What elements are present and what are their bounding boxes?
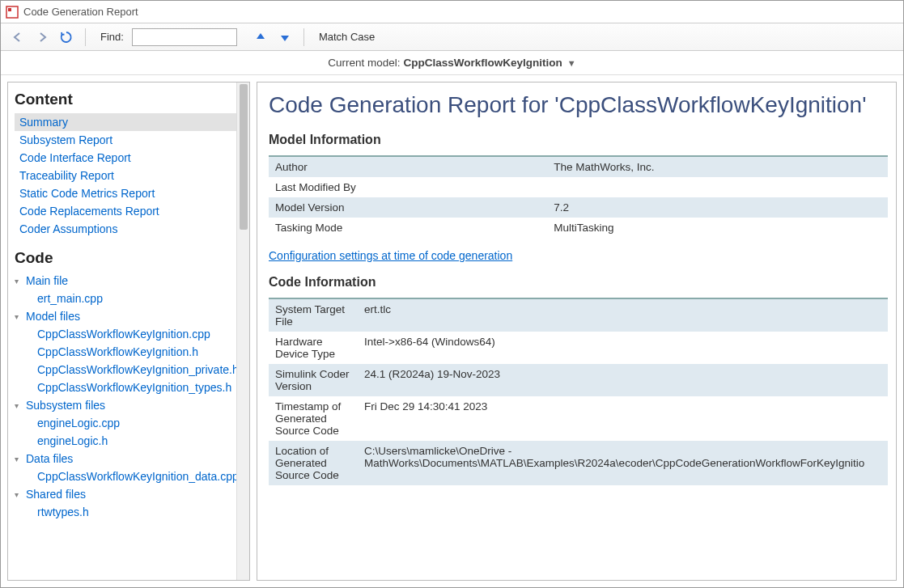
file-link[interactable]: CppClassWorkflowKeyIgnition.cpp <box>15 325 236 343</box>
app-icon <box>6 6 19 19</box>
code-heading: Code <box>15 249 236 267</box>
file-link[interactable]: CppClassWorkflowKeyIgnition_private.h <box>15 361 236 379</box>
info-key: System Target File <box>269 298 358 332</box>
info-key: Location of Generated Source Code <box>269 441 358 485</box>
toolbar: Find: Match Case <box>1 23 903 51</box>
nav-link-subsystem-report[interactable]: Subsystem Report <box>15 131 236 149</box>
match-case-label[interactable]: Match Case <box>319 31 375 43</box>
caret-down-icon: ▾ <box>15 277 26 286</box>
info-value: Fri Dec 29 14:30:41 2023 <box>358 396 888 441</box>
caret-down-icon: ▾ <box>15 455 26 463</box>
caret-down-icon: ▾ <box>15 312 26 321</box>
model-info-table: AuthorThe MathWorks, Inc.Last Modified B… <box>269 155 888 238</box>
app-window: Code Generation Report Find: Match Case … <box>0 0 904 588</box>
code-info-heading: Code Information <box>269 275 888 290</box>
sidebar-content: Content SummarySubsystem ReportCode Inte… <box>8 82 236 580</box>
nav-link-summary[interactable]: Summary <box>15 113 236 131</box>
find-prev-button[interactable] <box>250 27 271 48</box>
tree-group-main-file[interactable]: ▾Main file <box>15 272 236 290</box>
table-row: Hardware Device TypeIntel->x86-64 (Windo… <box>269 332 888 364</box>
titlebar: Code Generation Report <box>1 1 903 23</box>
nav-link-traceability-report[interactable]: Traceability Report <box>15 167 236 184</box>
nav-link-coder-assumptions[interactable]: Coder Assumptions <box>15 220 236 238</box>
current-model-bar[interactable]: Current model: CppClassWorkflowKeyIgniti… <box>1 51 903 75</box>
info-value: 7.2 <box>547 197 888 218</box>
chevron-down-icon: ▼ <box>567 58 576 68</box>
info-key: Tasking Mode <box>269 218 547 238</box>
file-link[interactable]: ert_main.cpp <box>15 290 236 307</box>
content-heading: Content <box>15 91 236 108</box>
find-input[interactable] <box>132 28 237 46</box>
info-key: Last Modified By <box>269 177 547 197</box>
info-key: Author <box>269 156 547 177</box>
table-row: Tasking ModeMultiTasking <box>269 218 888 238</box>
find-next-button[interactable] <box>274 27 295 48</box>
info-key: Hardware Device Type <box>269 332 358 364</box>
find-label: Find: <box>100 31 124 43</box>
body-area: Content SummarySubsystem ReportCode Inte… <box>1 75 903 587</box>
info-value: C:\Users\mamlicke\OneDrive - MathWorks\D… <box>358 441 888 485</box>
info-value: Intel->x86-64 (Windows64) <box>358 332 888 364</box>
table-row: AuthorThe MathWorks, Inc. <box>269 156 888 177</box>
info-value: MultiTasking <box>547 218 888 238</box>
info-key: Model Version <box>269 197 547 218</box>
info-key: Timestamp of Generated Source Code <box>269 396 358 441</box>
window-title: Code Generation Report <box>23 6 138 18</box>
table-row: Location of Generated Source CodeC:\User… <box>269 441 888 485</box>
file-link[interactable]: rtwtypes.h <box>15 503 236 521</box>
nav-link-code-interface-report[interactable]: Code Interface Report <box>15 149 236 167</box>
main-panel: Code Generation Report for 'CppClassWork… <box>257 82 897 581</box>
table-row: Model Version7.2 <box>269 197 888 218</box>
table-row: Last Modified By <box>269 177 888 197</box>
file-link[interactable]: engineLogic.h <box>15 432 236 450</box>
scrollbar-thumb[interactable] <box>240 84 248 230</box>
file-link[interactable]: CppClassWorkflowKeyIgnition_types.h <box>15 379 236 396</box>
page-title: Code Generation Report for 'CppClassWork… <box>269 92 888 118</box>
file-link[interactable]: CppClassWorkflowKeyIgnition_data.cpp <box>15 467 236 485</box>
nav-link-code-replacements-report[interactable]: Code Replacements Report <box>15 202 236 220</box>
back-button[interactable] <box>7 27 28 48</box>
refresh-button[interactable] <box>56 27 77 48</box>
info-value: 24.1 (R2024a) 19-Nov-2023 <box>358 364 888 396</box>
tree-group-data-files[interactable]: ▾Data files <box>15 450 236 467</box>
config-settings-link[interactable]: Configuration settings at time of code g… <box>269 249 512 262</box>
tree-group-subsystem-files[interactable]: ▾Subsystem files <box>15 396 236 414</box>
forward-button[interactable] <box>32 27 53 48</box>
info-value: ert.tlc <box>358 298 888 332</box>
file-link[interactable]: CppClassWorkflowKeyIgnition.h <box>15 343 236 361</box>
svg-rect-1 <box>8 8 11 11</box>
tree-group-model-files[interactable]: ▾Model files <box>15 307 236 325</box>
tree-group-shared-files[interactable]: ▾Shared files <box>15 485 236 503</box>
sidebar: Content SummarySubsystem ReportCode Inte… <box>7 82 250 581</box>
info-value <box>547 177 888 197</box>
table-row: Simulink Coder Version24.1 (R2024a) 19-N… <box>269 364 888 396</box>
table-row: System Target Fileert.tlc <box>269 298 888 332</box>
code-info-table: System Target Fileert.tlcHardware Device… <box>269 298 888 485</box>
current-model-prefix: Current model: <box>328 57 400 69</box>
toolbar-separator <box>85 28 86 46</box>
sidebar-scrollbar[interactable] <box>236 82 249 580</box>
caret-down-icon: ▾ <box>15 490 26 499</box>
model-info-heading: Model Information <box>269 133 888 147</box>
file-link[interactable]: engineLogic.cpp <box>15 414 236 432</box>
caret-down-icon: ▾ <box>15 401 26 410</box>
table-row: Timestamp of Generated Source CodeFri De… <box>269 396 888 441</box>
toolbar-separator <box>303 28 304 46</box>
info-key: Simulink Coder Version <box>269 364 358 396</box>
nav-link-static-code-metrics-report[interactable]: Static Code Metrics Report <box>15 184 236 202</box>
current-model-name: CppClassWorkflowKeyIgnition <box>404 57 562 69</box>
info-value: The MathWorks, Inc. <box>547 156 888 177</box>
